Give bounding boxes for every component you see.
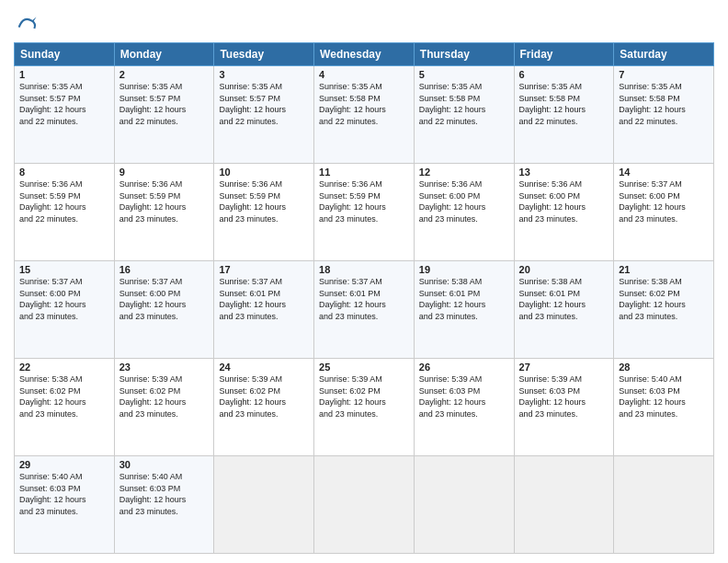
calendar-week-4: 22Sunrise: 5:38 AM Sunset: 6:02 PM Dayli… <box>15 359 714 456</box>
calendar-cell: 19Sunrise: 5:38 AM Sunset: 6:01 PM Dayli… <box>414 261 514 359</box>
calendar-cell: 3Sunrise: 5:35 AM Sunset: 5:57 PM Daylig… <box>214 66 314 164</box>
day-number: 3 <box>219 69 309 80</box>
calendar-cell: 18Sunrise: 5:37 AM Sunset: 6:01 PM Dayli… <box>314 261 415 359</box>
day-header-thursday: Thursday <box>414 43 514 66</box>
cell-content: Sunrise: 5:35 AM Sunset: 5:57 PM Dayligh… <box>219 81 309 127</box>
cell-content: Sunrise: 5:38 AM Sunset: 6:02 PM Dayligh… <box>19 373 109 419</box>
day-number: 7 <box>619 69 709 80</box>
calendar-cell: 4Sunrise: 5:35 AM Sunset: 5:58 PM Daylig… <box>314 66 415 164</box>
calendar-cell: 12Sunrise: 5:36 AM Sunset: 6:00 PM Dayli… <box>414 164 514 261</box>
cell-content: Sunrise: 5:36 AM Sunset: 5:59 PM Dayligh… <box>219 178 309 224</box>
day-number: 27 <box>519 362 609 373</box>
calendar-cell: 15Sunrise: 5:37 AM Sunset: 6:00 PM Dayli… <box>15 261 115 359</box>
day-number: 28 <box>619 362 709 373</box>
cell-content: Sunrise: 5:37 AM Sunset: 6:00 PM Dayligh… <box>619 178 709 224</box>
day-number: 22 <box>19 362 109 373</box>
calendar-week-5: 29Sunrise: 5:40 AM Sunset: 6:03 PM Dayli… <box>15 456 714 554</box>
calendar-cell: 20Sunrise: 5:38 AM Sunset: 6:01 PM Dayli… <box>514 261 614 359</box>
day-number: 29 <box>19 459 109 470</box>
calendar-cell: 2Sunrise: 5:35 AM Sunset: 5:57 PM Daylig… <box>114 66 214 164</box>
cell-content: Sunrise: 5:35 AM Sunset: 5:58 PM Dayligh… <box>319 81 409 127</box>
cell-content: Sunrise: 5:39 AM Sunset: 6:03 PM Dayligh… <box>519 373 609 419</box>
calendar-cell: 8Sunrise: 5:36 AM Sunset: 5:59 PM Daylig… <box>15 164 115 261</box>
calendar-cell: 24Sunrise: 5:39 AM Sunset: 6:02 PM Dayli… <box>214 359 314 456</box>
calendar-cell <box>514 456 614 554</box>
cell-content: Sunrise: 5:37 AM Sunset: 6:01 PM Dayligh… <box>319 276 409 322</box>
logo <box>14 9 43 35</box>
day-number: 5 <box>419 69 509 80</box>
day-number: 21 <box>619 264 709 275</box>
cell-content: Sunrise: 5:39 AM Sunset: 6:02 PM Dayligh… <box>319 373 409 419</box>
calendar-week-3: 15Sunrise: 5:37 AM Sunset: 6:00 PM Dayli… <box>15 261 714 359</box>
calendar-week-2: 8Sunrise: 5:36 AM Sunset: 5:59 PM Daylig… <box>15 164 714 261</box>
calendar-header-row: SundayMondayTuesdayWednesdayThursdayFrid… <box>15 43 714 66</box>
day-number: 23 <box>119 362 210 373</box>
cell-content: Sunrise: 5:36 AM Sunset: 6:00 PM Dayligh… <box>519 178 609 224</box>
day-header-saturday: Saturday <box>614 43 714 66</box>
day-number: 8 <box>19 167 109 178</box>
cell-content: Sunrise: 5:39 AM Sunset: 6:02 PM Dayligh… <box>219 373 309 419</box>
cell-content: Sunrise: 5:39 AM Sunset: 6:02 PM Dayligh… <box>119 373 210 419</box>
calendar-cell: 23Sunrise: 5:39 AM Sunset: 6:02 PM Dayli… <box>114 359 214 456</box>
calendar-cell: 29Sunrise: 5:40 AM Sunset: 6:03 PM Dayli… <box>15 456 115 554</box>
day-header-monday: Monday <box>114 43 214 66</box>
calendar-cell: 13Sunrise: 5:36 AM Sunset: 6:00 PM Dayli… <box>514 164 614 261</box>
day-number: 9 <box>119 167 210 178</box>
cell-content: Sunrise: 5:37 AM Sunset: 6:00 PM Dayligh… <box>119 276 210 322</box>
cell-content: Sunrise: 5:36 AM Sunset: 6:00 PM Dayligh… <box>419 178 509 224</box>
cell-content: Sunrise: 5:38 AM Sunset: 6:02 PM Dayligh… <box>619 276 709 322</box>
cell-content: Sunrise: 5:40 AM Sunset: 6:03 PM Dayligh… <box>19 471 109 517</box>
calendar-cell: 30Sunrise: 5:40 AM Sunset: 6:03 PM Dayli… <box>114 456 214 554</box>
calendar-cell: 7Sunrise: 5:35 AM Sunset: 5:58 PM Daylig… <box>614 66 714 164</box>
day-number: 30 <box>119 459 210 470</box>
day-number: 10 <box>219 167 309 178</box>
calendar-cell <box>314 456 415 554</box>
cell-content: Sunrise: 5:35 AM Sunset: 5:58 PM Dayligh… <box>419 81 509 127</box>
calendar-cell: 16Sunrise: 5:37 AM Sunset: 6:00 PM Dayli… <box>114 261 214 359</box>
calendar-cell: 11Sunrise: 5:36 AM Sunset: 5:59 PM Dayli… <box>314 164 415 261</box>
day-number: 20 <box>519 264 609 275</box>
day-number: 19 <box>419 264 509 275</box>
day-number: 17 <box>219 264 309 275</box>
cell-content: Sunrise: 5:36 AM Sunset: 5:59 PM Dayligh… <box>119 178 210 224</box>
calendar-table: SundayMondayTuesdayWednesdayThursdayFrid… <box>14 42 714 554</box>
calendar-cell: 17Sunrise: 5:37 AM Sunset: 6:01 PM Dayli… <box>214 261 314 359</box>
cell-content: Sunrise: 5:38 AM Sunset: 6:01 PM Dayligh… <box>419 276 509 322</box>
day-number: 13 <box>519 167 609 178</box>
cell-content: Sunrise: 5:37 AM Sunset: 6:00 PM Dayligh… <box>19 276 109 322</box>
calendar-cell: 25Sunrise: 5:39 AM Sunset: 6:02 PM Dayli… <box>314 359 415 456</box>
day-number: 16 <box>119 264 210 275</box>
day-number: 6 <box>519 69 609 80</box>
calendar-cell: 5Sunrise: 5:35 AM Sunset: 5:58 PM Daylig… <box>414 66 514 164</box>
calendar-cell <box>414 456 514 554</box>
day-number: 12 <box>419 167 509 178</box>
calendar-cell: 9Sunrise: 5:36 AM Sunset: 5:59 PM Daylig… <box>114 164 214 261</box>
day-number: 1 <box>19 69 109 80</box>
page: SundayMondayTuesdayWednesdayThursdayFrid… <box>0 0 728 563</box>
calendar-cell: 27Sunrise: 5:39 AM Sunset: 6:03 PM Dayli… <box>514 359 614 456</box>
calendar-cell <box>214 456 314 554</box>
calendar-body: 1Sunrise: 5:35 AM Sunset: 5:57 PM Daylig… <box>15 66 714 554</box>
calendar-cell: 26Sunrise: 5:39 AM Sunset: 6:03 PM Dayli… <box>414 359 514 456</box>
cell-content: Sunrise: 5:35 AM Sunset: 5:58 PM Dayligh… <box>519 81 609 127</box>
cell-content: Sunrise: 5:35 AM Sunset: 5:57 PM Dayligh… <box>119 81 210 127</box>
day-header-wednesday: Wednesday <box>314 43 415 66</box>
calendar-cell: 14Sunrise: 5:37 AM Sunset: 6:00 PM Dayli… <box>614 164 714 261</box>
calendar-cell: 10Sunrise: 5:36 AM Sunset: 5:59 PM Dayli… <box>214 164 314 261</box>
calendar-cell: 21Sunrise: 5:38 AM Sunset: 6:02 PM Dayli… <box>614 261 714 359</box>
header <box>14 9 714 35</box>
cell-content: Sunrise: 5:35 AM Sunset: 5:57 PM Dayligh… <box>19 81 109 127</box>
cell-content: Sunrise: 5:37 AM Sunset: 6:01 PM Dayligh… <box>219 276 309 322</box>
calendar-cell: 6Sunrise: 5:35 AM Sunset: 5:58 PM Daylig… <box>514 66 614 164</box>
day-number: 14 <box>619 167 709 178</box>
cell-content: Sunrise: 5:36 AM Sunset: 5:59 PM Dayligh… <box>19 178 109 224</box>
cell-content: Sunrise: 5:40 AM Sunset: 6:03 PM Dayligh… <box>619 373 709 419</box>
day-header-sunday: Sunday <box>15 43 115 66</box>
cell-content: Sunrise: 5:39 AM Sunset: 6:03 PM Dayligh… <box>419 373 509 419</box>
day-number: 26 <box>419 362 509 373</box>
day-header-tuesday: Tuesday <box>214 43 314 66</box>
cell-content: Sunrise: 5:38 AM Sunset: 6:01 PM Dayligh… <box>519 276 609 322</box>
logo-icon <box>14 9 40 35</box>
day-number: 24 <box>219 362 309 373</box>
day-number: 25 <box>319 362 409 373</box>
